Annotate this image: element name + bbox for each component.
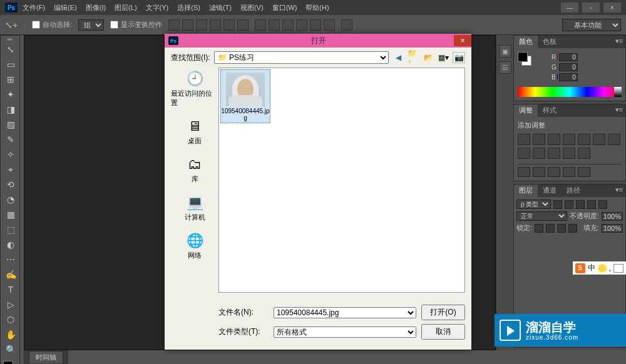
open-button[interactable]: 打开(O) — [421, 305, 465, 320]
menu-view[interactable]: 视图(V) — [240, 3, 264, 13]
adjustment-icon[interactable] — [548, 167, 560, 177]
tool-9[interactable]: ⟲ — [1, 177, 21, 192]
tool-5[interactable]: ▨ — [1, 117, 21, 132]
file-item[interactable]: 109540084445.jpg — [220, 69, 270, 123]
filename-input[interactable]: 109540084445.jpg — [274, 307, 416, 318]
tool-17[interactable]: ▷ — [1, 297, 21, 312]
adjustment-icon[interactable] — [563, 167, 575, 177]
ime-indicator[interactable]: S 中 , — [573, 261, 626, 275]
adjustment-icon[interactable] — [578, 148, 590, 159]
tab-layers[interactable]: 图层 — [514, 185, 538, 197]
lock-icon[interactable] — [535, 224, 543, 233]
tab-adjustments[interactable]: 调整 — [514, 104, 538, 117]
panel-menu-icon[interactable]: ▾≡ — [613, 104, 625, 117]
adjustment-icon[interactable] — [593, 134, 605, 145]
maximize-button[interactable]: ▫ — [582, 3, 600, 13]
layer-filter-kind[interactable]: ρ 类型 — [516, 200, 551, 209]
menu-filter[interactable]: 滤镜(T) — [209, 3, 232, 13]
tool-8[interactable]: ⌖ — [1, 162, 21, 177]
tool-3[interactable]: ✦ — [1, 87, 21, 102]
align-icon[interactable] — [237, 19, 249, 31]
tool-12[interactable]: ⬚ — [1, 222, 21, 237]
dialog-close-button[interactable]: × — [454, 35, 471, 46]
tab-swatches[interactable]: 色板 — [538, 36, 562, 48]
tool-11[interactable]: ▦ — [1, 207, 21, 222]
menu-file[interactable]: 文件(F) — [23, 3, 45, 13]
menu-window[interactable]: 窗口(W) — [272, 3, 297, 13]
tool-16[interactable]: T — [1, 282, 21, 297]
r-slider[interactable] — [557, 54, 558, 59]
distribute-icon[interactable] — [255, 19, 266, 31]
g-value[interactable]: 0 — [559, 63, 578, 71]
tool-20[interactable]: 🔍 — [1, 342, 21, 357]
places-item[interactable]: 🌐网络 — [185, 232, 205, 260]
menu-select[interactable]: 选择(S) — [177, 3, 200, 13]
menu-type[interactable]: 文字(Y) — [146, 3, 169, 13]
arrange-icon[interactable] — [341, 19, 352, 31]
fill-value[interactable]: 100% — [602, 224, 623, 233]
show-transform-checkbox[interactable]: 显示变换控件 — [110, 20, 162, 29]
tool-1[interactable]: ▭ — [1, 57, 21, 72]
adjustment-icon[interactable] — [578, 134, 590, 145]
align-icon[interactable] — [223, 19, 235, 31]
adjustment-icon[interactable] — [578, 167, 590, 177]
adjustment-icon[interactable] — [533, 148, 545, 159]
look-in-select[interactable]: 📁 PS练习 — [214, 51, 389, 64]
auto-select-mode[interactable]: 组 — [78, 19, 104, 31]
panel-menu-icon[interactable]: ▾≡ — [613, 185, 625, 197]
lock-icon[interactable] — [557, 224, 566, 233]
lock-icon[interactable] — [546, 224, 555, 233]
workspace-select[interactable]: 基本功能 — [562, 19, 621, 31]
preview-icon[interactable]: 📷 — [453, 52, 465, 63]
auto-select-checkbox[interactable]: 自动选择: — [32, 20, 72, 29]
move-tool-icon[interactable]: ⤡+ — [5, 20, 18, 30]
blend-mode-select[interactable]: 正常 — [516, 211, 567, 221]
menu-layer[interactable]: 图层(L) — [115, 3, 136, 13]
places-item[interactable]: 🗂库 — [185, 156, 205, 184]
tool-10[interactable]: ◔ — [1, 192, 21, 207]
places-item[interactable]: 💻计算机 — [185, 194, 205, 222]
foreground-background-swatch[interactable] — [1, 360, 19, 364]
filter-icon[interactable] — [587, 200, 596, 209]
align-icon[interactable] — [168, 19, 180, 31]
menu-edit[interactable]: 编辑(E) — [54, 3, 77, 13]
new-folder-icon[interactable]: 📂 — [423, 52, 434, 63]
adjustment-icon[interactable] — [563, 134, 575, 145]
tab-paths[interactable]: 路径 — [562, 185, 585, 197]
adjustment-icon[interactable] — [563, 148, 575, 159]
distribute-icon[interactable] — [324, 19, 335, 31]
close-button[interactable]: × — [603, 3, 621, 13]
minimize-button[interactable]: — — [561, 3, 578, 13]
tool-7[interactable]: ✧ — [1, 147, 21, 162]
tool-13[interactable]: ◐ — [1, 237, 21, 252]
distribute-icon[interactable] — [296, 19, 307, 31]
view-menu-icon[interactable]: ▦▾ — [438, 52, 449, 63]
tool-15[interactable]: ✍ — [1, 267, 21, 282]
b-slider[interactable] — [557, 74, 558, 79]
toolbox-grip[interactable]: ▸▸ — [1, 36, 19, 42]
align-icon[interactable] — [196, 19, 207, 31]
places-item[interactable]: 🖥桌面 — [185, 118, 205, 146]
filter-icon[interactable] — [565, 200, 573, 209]
tool-14[interactable]: ⋯ — [1, 252, 21, 267]
tab-color[interactable]: 颜色 — [514, 36, 538, 48]
adjustment-icon[interactable] — [548, 148, 560, 159]
tab-channels[interactable]: 通道 — [538, 185, 562, 197]
adjustment-icon[interactable] — [518, 134, 530, 145]
panel-menu-icon[interactable]: ▾≡ — [613, 36, 625, 48]
places-item[interactable]: 🕘最近访问的位置 — [171, 70, 218, 108]
color-swatch-pair[interactable] — [518, 52, 533, 67]
file-list[interactable]: 109540084445.jpg — [218, 68, 465, 293]
b-value[interactable]: 0 — [559, 73, 578, 81]
properties-icon[interactable]: ☰ — [499, 61, 511, 74]
history-icon[interactable]: ▣ — [499, 45, 511, 58]
tab-styles[interactable]: 样式 — [538, 104, 562, 117]
adjustment-icon[interactable] — [518, 167, 530, 177]
r-value[interactable]: 0 — [559, 53, 578, 61]
menu-help[interactable]: 帮助(H) — [305, 3, 329, 13]
adjustment-icon[interactable] — [548, 134, 560, 145]
filetype-select[interactable]: 所有格式 — [274, 326, 416, 338]
tool-2[interactable]: ⊞ — [1, 72, 21, 87]
tool-0[interactable]: ⤡ — [1, 42, 21, 57]
distribute-icon[interactable] — [310, 19, 321, 31]
